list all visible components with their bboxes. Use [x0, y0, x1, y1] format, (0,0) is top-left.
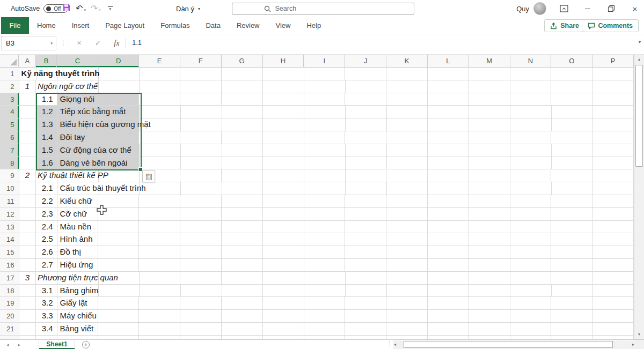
- row-header-11[interactable]: 11: [0, 195, 19, 208]
- cell-d2[interactable]: [99, 80, 140, 93]
- cell-f1[interactable]: [180, 68, 222, 80]
- cell-e16[interactable]: [139, 259, 180, 272]
- cell-g4[interactable]: [222, 106, 264, 118]
- cell-j16[interactable]: [345, 259, 386, 272]
- cell-l10[interactable]: [428, 182, 469, 195]
- cell-b5[interactable]: 1.3: [36, 118, 57, 131]
- scroll-left-icon[interactable]: ◂: [394, 340, 396, 349]
- cell-n15[interactable]: [510, 246, 552, 259]
- cell-m19[interactable]: [469, 297, 510, 310]
- cell-l17[interactable]: [428, 272, 469, 285]
- row-header-7[interactable]: 7: [0, 144, 19, 157]
- cell-n7[interactable]: [510, 144, 552, 157]
- cell-j20[interactable]: [345, 310, 386, 323]
- enter-button[interactable]: ✓: [89, 36, 107, 50]
- search-input[interactable]: [275, 5, 383, 12]
- cell-g22[interactable]: [222, 336, 263, 339]
- row-header-9[interactable]: 9: [0, 169, 19, 182]
- cell-g6[interactable]: [222, 131, 263, 144]
- cell-m5[interactable]: [469, 118, 510, 131]
- cell-d13[interactable]: [98, 221, 139, 234]
- cell-e1[interactable]: [140, 68, 181, 80]
- cell-a10[interactable]: [19, 182, 36, 195]
- cell-a8[interactable]: [19, 157, 36, 170]
- cell-m4[interactable]: [469, 106, 510, 118]
- cell-j5[interactable]: [346, 118, 387, 131]
- cell-h13[interactable]: [263, 221, 304, 234]
- cell-p16[interactable]: [592, 259, 634, 272]
- cell-b8[interactable]: 1.6: [36, 157, 57, 170]
- cell-o10[interactable]: [552, 182, 593, 195]
- cell-k19[interactable]: [386, 297, 428, 310]
- cell-f5[interactable]: [181, 118, 222, 131]
- cell-l3[interactable]: [428, 93, 469, 106]
- cell-j8[interactable]: [346, 157, 387, 170]
- undo-dropdown-icon[interactable]: ▾: [84, 8, 86, 13]
- cell-p9[interactable]: [592, 169, 634, 182]
- cell-g20[interactable]: [222, 310, 263, 323]
- cell-o18[interactable]: [552, 285, 593, 298]
- cell-g3[interactable]: [222, 93, 263, 106]
- cell-p13[interactable]: [592, 221, 634, 234]
- cell-g5[interactable]: [222, 118, 264, 131]
- cell-a1[interactable]: Kỹ năng thuyết trình: [19, 68, 36, 80]
- sheet-tab-sheet1[interactable]: Sheet1: [39, 340, 75, 349]
- cell-f20[interactable]: [180, 310, 222, 323]
- column-header-k[interactable]: K: [386, 55, 428, 68]
- cell-m9[interactable]: [469, 169, 510, 182]
- search-box[interactable]: [232, 3, 414, 14]
- cell-f15[interactable]: [180, 246, 222, 259]
- cell-l11[interactable]: [428, 195, 469, 208]
- cell-f11[interactable]: [180, 195, 222, 208]
- cell-a15[interactable]: [19, 246, 36, 259]
- cell-n5[interactable]: [510, 118, 552, 131]
- cell-l8[interactable]: [428, 157, 469, 170]
- cell-k12[interactable]: [386, 208, 428, 221]
- cell-l16[interactable]: [428, 259, 469, 272]
- cell-f22[interactable]: [180, 336, 222, 339]
- close-button[interactable]: ×: [626, 0, 644, 17]
- cell-i16[interactable]: [304, 259, 346, 272]
- column-header-c[interactable]: C: [57, 55, 98, 68]
- cell-i20[interactable]: [304, 310, 346, 323]
- cell-m22[interactable]: [469, 336, 510, 339]
- minimize-button[interactable]: [579, 0, 597, 17]
- row-header-8[interactable]: 8: [0, 157, 19, 170]
- cell-o3[interactable]: [551, 93, 592, 106]
- cell-n11[interactable]: [510, 195, 552, 208]
- cell-e18[interactable]: [140, 285, 181, 298]
- tab-splitter-icon[interactable]: ⋮: [386, 340, 392, 347]
- column-header-g[interactable]: G: [222, 55, 263, 68]
- cell-g13[interactable]: [222, 221, 263, 234]
- row-header-3[interactable]: 3: [0, 93, 19, 106]
- tab-help[interactable]: Help: [298, 17, 329, 34]
- cell-j14[interactable]: [345, 233, 386, 246]
- cell-i17[interactable]: [304, 272, 346, 285]
- cell-p5[interactable]: [592, 118, 634, 131]
- cell-p17[interactable]: [592, 272, 634, 285]
- cell-p14[interactable]: [592, 233, 634, 246]
- cell-g2[interactable]: [222, 80, 263, 93]
- cell-k17[interactable]: [386, 272, 428, 285]
- cell-p21[interactable]: [592, 323, 634, 336]
- cell-k9[interactable]: [386, 169, 428, 182]
- row-header-20[interactable]: 20: [0, 310, 19, 323]
- cell-p8[interactable]: [592, 157, 634, 170]
- cell-g17[interactable]: [222, 272, 263, 285]
- cell-b12[interactable]: 2.3: [36, 208, 57, 221]
- cell-e20[interactable]: [139, 310, 180, 323]
- cell-d6[interactable]: [98, 131, 139, 144]
- cell-f8[interactable]: [181, 157, 222, 170]
- cell-e15[interactable]: [139, 246, 180, 259]
- cell-b15[interactable]: 2.6: [36, 246, 57, 259]
- horizontal-scrollbar-thumb[interactable]: [404, 341, 613, 348]
- new-sheet-button[interactable]: +: [82, 341, 90, 348]
- cell-n20[interactable]: [510, 310, 552, 323]
- tab-page-layout[interactable]: Page Layout: [97, 17, 152, 34]
- share-button[interactable]: Share: [544, 19, 585, 32]
- cell-p7[interactable]: [592, 144, 634, 157]
- cell-p18[interactable]: [592, 285, 634, 298]
- cell-i2[interactable]: [304, 80, 346, 93]
- row-header-2[interactable]: 2: [0, 80, 19, 93]
- cell-h15[interactable]: [263, 246, 304, 259]
